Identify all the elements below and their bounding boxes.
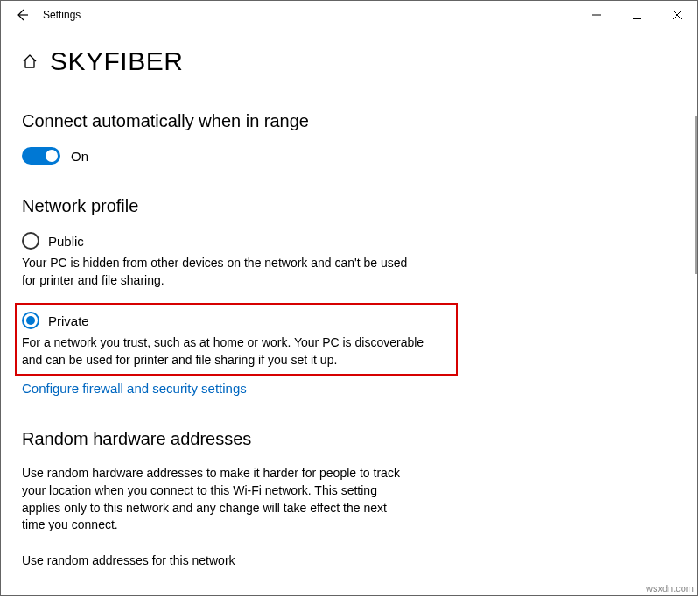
close-icon xyxy=(673,11,682,19)
page-content: SKYFIBER Connect automatically when in r… xyxy=(1,29,697,595)
page-title: SKYFIBER xyxy=(50,46,183,76)
radio-private-label: Private xyxy=(48,313,89,328)
back-button[interactable] xyxy=(4,1,39,29)
random-hw-description: Use random hardware addresses to make it… xyxy=(22,465,407,533)
minimize-button[interactable] xyxy=(577,1,617,29)
auto-connect-heading: Connect automatically when in range xyxy=(22,111,676,131)
radio-public-description: Your PC is hidden from other devices on … xyxy=(22,255,424,289)
auto-connect-toggle[interactable] xyxy=(22,147,60,165)
radio-public-label: Public xyxy=(48,234,84,249)
titlebar: Settings xyxy=(1,1,697,29)
home-icon[interactable] xyxy=(22,53,38,69)
maximize-button[interactable] xyxy=(617,1,657,29)
scrollbar[interactable] xyxy=(695,116,697,274)
radio-public[interactable] xyxy=(22,232,39,250)
private-highlight-box: Private For a network you trust, such as… xyxy=(15,303,458,376)
radio-private[interactable] xyxy=(22,312,39,329)
minimize-icon xyxy=(592,11,601,19)
settings-window: Settings SKYFIBER Connect automatically … xyxy=(0,0,698,596)
network-profile-public[interactable]: Public xyxy=(22,232,676,250)
configure-firewall-link[interactable]: Configure firewall and security settings xyxy=(22,381,247,396)
watermark: wsxdn.com xyxy=(644,583,696,594)
back-arrow-icon xyxy=(15,8,29,22)
network-profile-private[interactable]: Private xyxy=(22,312,451,329)
close-button[interactable] xyxy=(657,1,697,29)
random-hw-field-label: Use random addresses for this network xyxy=(22,553,676,567)
radio-private-description: For a network you trust, such as at home… xyxy=(22,334,424,369)
random-hw-heading: Random hardware addresses xyxy=(22,429,676,449)
window-title: Settings xyxy=(43,9,80,21)
network-profile-heading: Network profile xyxy=(22,196,676,216)
window-controls xyxy=(577,1,697,29)
maximize-icon xyxy=(633,11,641,19)
auto-connect-toggle-row: On xyxy=(22,147,676,165)
page-header: SKYFIBER xyxy=(22,46,676,76)
auto-connect-state: On xyxy=(71,149,88,164)
svg-rect-1 xyxy=(634,11,641,19)
